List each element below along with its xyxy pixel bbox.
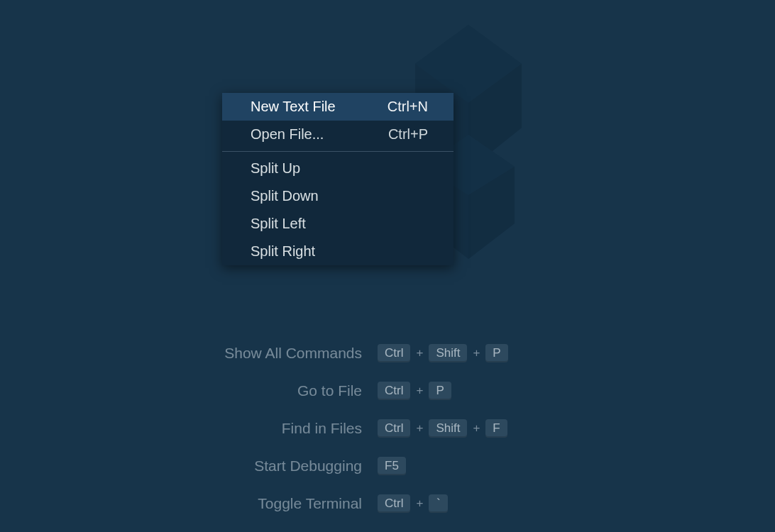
- keyboard-key: Ctrl: [378, 382, 410, 400]
- shortcut-label: Show All Commands: [135, 345, 378, 362]
- keyboard-key: `: [429, 494, 448, 513]
- key-plus-separator: +: [414, 497, 424, 511]
- keyboard-key: P: [485, 344, 507, 362]
- shortcut-label: Toggle Terminal: [135, 495, 378, 512]
- shortcut-row: Find in FilesCtrl+Shift+F: [135, 419, 632, 438]
- key-plus-separator: +: [414, 346, 424, 360]
- menu-item[interactable]: Split Left: [222, 210, 454, 238]
- svg-marker-1: [415, 25, 522, 103]
- menu-item-label: Split Left: [251, 216, 306, 232]
- menu-item-shortcut: Ctrl+N: [388, 99, 428, 115]
- key-plus-separator: +: [471, 421, 481, 436]
- shortcut-label: Start Debugging: [135, 458, 378, 475]
- menu-item-label: Split Right: [251, 243, 315, 260]
- welcome-shortcut-tips: Show All CommandsCtrl+Shift+PGo to FileC…: [135, 344, 632, 532]
- key-plus-separator: +: [414, 384, 424, 398]
- shortcut-label: Find in Files: [135, 420, 378, 437]
- key-plus-separator: +: [471, 346, 481, 360]
- key-plus-separator: +: [414, 421, 424, 436]
- menu-item[interactable]: Split Right: [222, 238, 454, 265]
- menu-item[interactable]: New Text FileCtrl+N: [222, 93, 454, 121]
- context-menu[interactable]: New Text FileCtrl+NOpen File...Ctrl+PSpl…: [222, 93, 454, 265]
- shortcut-keys: Ctrl+Shift+P: [378, 344, 508, 362]
- keyboard-key: Shift: [429, 344, 467, 362]
- menu-item-label: New Text File: [251, 99, 336, 115]
- shortcut-keys: Ctrl+`: [378, 494, 448, 513]
- keyboard-key: Shift: [429, 419, 467, 438]
- menu-item-shortcut: Ctrl+P: [388, 126, 428, 143]
- svg-marker-5: [468, 167, 515, 259]
- shortcut-row: Show All CommandsCtrl+Shift+P: [135, 344, 632, 362]
- keyboard-key: Ctrl: [378, 419, 410, 438]
- keyboard-key: F5: [378, 457, 406, 475]
- menu-separator: [222, 151, 454, 152]
- shortcut-keys: Ctrl+Shift+F: [378, 419, 507, 438]
- svg-marker-2: [468, 64, 522, 170]
- keyboard-key: Ctrl: [378, 344, 410, 362]
- menu-item[interactable]: Split Up: [222, 155, 454, 182]
- keyboard-key: P: [429, 382, 451, 400]
- menu-item-label: Open File...: [251, 126, 324, 143]
- menu-item-label: Split Down: [251, 188, 319, 204]
- shortcut-label: Go to File: [135, 382, 378, 399]
- menu-item[interactable]: Open File...Ctrl+P: [222, 121, 454, 148]
- shortcut-keys: F5: [378, 457, 406, 475]
- keyboard-key: F: [485, 419, 507, 438]
- menu-item[interactable]: Split Down: [222, 182, 454, 210]
- shortcut-row: Toggle TerminalCtrl+`: [135, 494, 632, 513]
- keyboard-key: Ctrl: [378, 494, 410, 513]
- shortcut-keys: Ctrl+P: [378, 382, 451, 400]
- shortcut-row: Start DebuggingF5: [135, 457, 632, 475]
- menu-item-label: Split Up: [251, 160, 300, 177]
- shortcut-row: Go to FileCtrl+P: [135, 382, 632, 400]
